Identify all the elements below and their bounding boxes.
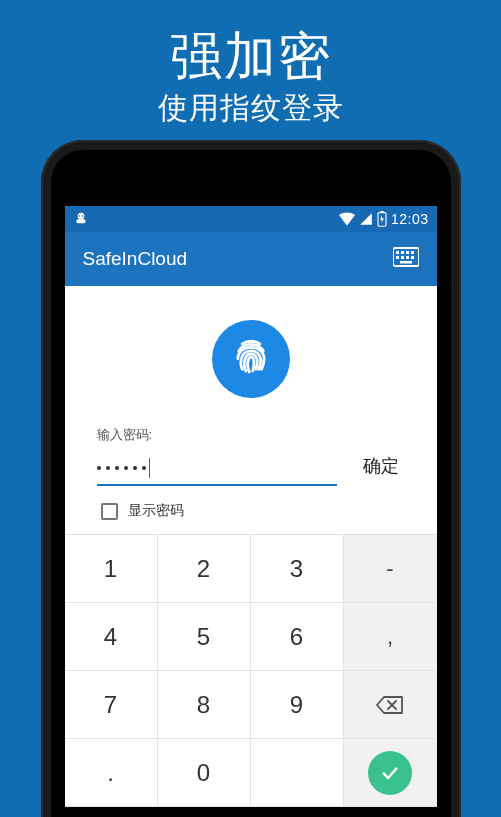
key-comma[interactable]: , [344, 603, 437, 671]
numeric-keypad: 1 2 3 - 4 5 6 , 7 8 9 . 0 [65, 534, 437, 807]
app-title: SafeInCloud [83, 248, 188, 270]
show-password-label: 显示密码 [128, 502, 184, 520]
key-3[interactable]: 3 [251, 535, 344, 603]
svg-rect-7 [396, 251, 399, 254]
key-dot[interactable]: . [65, 739, 158, 807]
svg-rect-10 [411, 251, 414, 254]
backspace-icon [376, 695, 404, 715]
key-6[interactable]: 6 [251, 603, 344, 671]
fingerprint-icon [230, 336, 272, 382]
fingerprint-button[interactable] [212, 320, 290, 398]
key-7[interactable]: 7 [65, 671, 158, 739]
svg-rect-12 [401, 256, 404, 259]
text-cursor [149, 458, 151, 478]
hero-banner: 强加密 使用指纹登录 [0, 0, 501, 129]
key-done[interactable] [344, 739, 437, 807]
hero-subtitle: 使用指纹登录 [0, 88, 501, 129]
key-2[interactable]: 2 [158, 535, 251, 603]
svg-point-2 [78, 215, 80, 217]
notification-icon [73, 210, 89, 229]
svg-rect-8 [401, 251, 404, 254]
login-content: 输入密码: 确定 显示密码 [65, 286, 437, 534]
svg-rect-9 [406, 251, 409, 254]
phone-screen: 12:03 SafeInCloud [65, 206, 437, 807]
battery-charging-icon [377, 211, 387, 227]
phone-frame: 12:03 SafeInCloud [41, 140, 461, 817]
wifi-icon [339, 212, 355, 226]
password-input[interactable] [97, 454, 337, 486]
hero-title: 强加密 [0, 22, 501, 92]
key-minus[interactable]: - [344, 535, 437, 603]
key-4[interactable]: 4 [65, 603, 158, 671]
key-1[interactable]: 1 [65, 535, 158, 603]
status-bar: 12:03 [65, 206, 437, 232]
app-bar: SafeInCloud [65, 232, 437, 286]
status-clock: 12:03 [391, 211, 429, 227]
key-empty [251, 739, 344, 807]
password-label: 输入密码: [97, 426, 405, 444]
key-5[interactable]: 5 [158, 603, 251, 671]
svg-rect-13 [406, 256, 409, 259]
signal-icon [359, 212, 373, 226]
svg-rect-14 [411, 256, 414, 259]
svg-point-3 [81, 215, 83, 217]
key-0[interactable]: 0 [158, 739, 251, 807]
show-password-checkbox[interactable] [101, 503, 118, 520]
key-backspace[interactable] [344, 671, 437, 739]
key-9[interactable]: 9 [251, 671, 344, 739]
svg-rect-15 [400, 261, 412, 264]
checkmark-icon [379, 762, 401, 784]
confirm-button[interactable]: 确定 [357, 450, 405, 486]
svg-rect-5 [380, 211, 383, 213]
key-8[interactable]: 8 [158, 671, 251, 739]
svg-rect-1 [76, 219, 85, 223]
svg-rect-11 [396, 256, 399, 259]
keyboard-icon[interactable] [393, 247, 419, 271]
